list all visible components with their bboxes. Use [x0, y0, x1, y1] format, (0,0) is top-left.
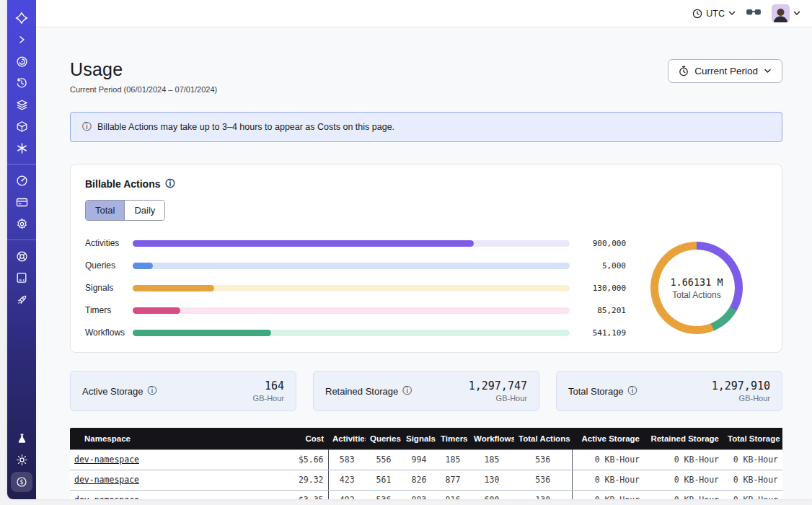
- storage-card-value: 1,297,747: [469, 379, 527, 392]
- table-row: dev-namespace$3.354925368838166001300 KB…: [70, 490, 782, 499]
- col-header-retained-storage: Retained Storage: [644, 428, 723, 449]
- cell-workflows: 130: [469, 470, 514, 490]
- temporal-logo-icon[interactable]: [12, 9, 32, 27]
- chevron-down-icon: [793, 11, 800, 16]
- bar-label: Workflows: [85, 328, 133, 338]
- storage-card-unit: GB-Hour: [712, 394, 770, 403]
- storage-card-value: 164: [253, 379, 284, 392]
- rocket-icon[interactable]: [12, 290, 32, 309]
- bar-label: Timers: [85, 305, 133, 315]
- page-title: Usage: [70, 59, 217, 80]
- cell-queries: 556: [366, 449, 402, 470]
- active-storage-card: Active Storageⓘ 164GB-Hour: [70, 371, 296, 411]
- cell-namespace[interactable]: dev-namespace: [70, 449, 279, 470]
- history-icon[interactable]: [12, 74, 32, 92]
- gear-icon[interactable]: [12, 214, 32, 233]
- cell-total-actions: 536: [514, 470, 572, 490]
- bar-value: 130,000: [570, 284, 626, 293]
- lifebuoy-icon[interactable]: [12, 247, 32, 265]
- flask-icon[interactable]: [12, 429, 32, 447]
- col-header-cost: Cost: [279, 428, 328, 449]
- cell-timers: 816: [436, 490, 469, 499]
- cell-workflows: 185: [469, 449, 514, 470]
- cell-signals: 883: [402, 490, 436, 499]
- table-header-row: Namespace Cost Activities Queries Signal…: [70, 428, 782, 449]
- chevron-right-icon[interactable]: [12, 30, 32, 49]
- cell-active-storage: 0 KB-Hour: [572, 470, 644, 490]
- sidebar: $: [7, 0, 36, 499]
- billable-bar-chart: Activities 900,000 Queries 5,000 Signals: [85, 238, 626, 338]
- storage-card-label: Retained Storage: [325, 386, 398, 397]
- col-header-namespace: Namespace: [70, 428, 279, 449]
- storage-summary-row: Active Storageⓘ 164GB-Hour Retained Stor…: [70, 371, 782, 411]
- cell-queries: 561: [366, 470, 402, 490]
- namespace-link[interactable]: dev-namespace: [74, 495, 139, 499]
- credit-card-icon[interactable]: [12, 193, 32, 211]
- current-period-button[interactable]: Current Period: [668, 59, 782, 83]
- chevron-down-icon: [764, 69, 772, 74]
- tab-daily[interactable]: Daily: [124, 201, 164, 220]
- main-region: UTC Usage Current Period (06/01/2024 – 0…: [36, 0, 812, 499]
- sun-icon[interactable]: [12, 450, 32, 469]
- table-row: dev-namespace$5.665835569941851855360 KB…: [70, 449, 782, 470]
- bar-value: 5,000: [570, 261, 626, 271]
- bar-value: 900,000: [570, 239, 626, 248]
- timezone-label: UTC: [706, 9, 725, 19]
- cell-total-storage: 0 KB-Hour: [723, 449, 782, 470]
- bar-row-workflows: Workflows 541,109: [85, 328, 626, 338]
- cell-active-storage: 0 KB-Hour: [572, 490, 644, 499]
- cell-namespace[interactable]: dev-namespace: [70, 470, 279, 490]
- tab-total[interactable]: Total: [86, 201, 124, 220]
- namespace-link[interactable]: dev-namespace: [74, 475, 139, 485]
- bar-fill: [133, 285, 214, 291]
- total-actions-donut: 1.66131 M Total Actions: [650, 242, 743, 334]
- top-bar: UTC: [36, 0, 812, 27]
- book-icon[interactable]: [12, 268, 32, 287]
- cell-retained-storage: 0 KB-Hour: [644, 490, 723, 499]
- info-icon[interactable]: ⓘ: [148, 385, 157, 398]
- cell-retained-storage: 0 KB-Hour: [644, 449, 723, 470]
- col-header-total-actions: Total Actions: [514, 428, 572, 449]
- storage-card-label: Active Storage: [82, 386, 144, 397]
- info-banner: ⓘ Billable Actions may take up to 3–4 ho…: [70, 112, 782, 142]
- retained-storage-card: Retained Storageⓘ 1,297,747GB-Hour: [313, 371, 539, 411]
- cube-icon[interactable]: [12, 117, 32, 136]
- bar-fill: [133, 330, 271, 336]
- spiral-icon[interactable]: [12, 52, 32, 71]
- info-icon[interactable]: ⓘ: [166, 177, 175, 190]
- cell-signals: 994: [402, 449, 436, 470]
- glasses-icon[interactable]: [746, 7, 762, 20]
- storage-card-unit: GB-Hour: [469, 394, 527, 403]
- info-icon: ⓘ: [82, 120, 92, 133]
- asterisk-icon[interactable]: [12, 139, 32, 157]
- layers-icon[interactable]: [12, 95, 32, 114]
- page-content: Usage Current Period (06/01/2024 – 07/01…: [36, 27, 812, 499]
- cell-total-storage: 0 KB-Hour: [723, 470, 782, 490]
- bar-track: [133, 330, 570, 336]
- timezone-selector[interactable]: UTC: [692, 9, 736, 19]
- namespace-link[interactable]: dev-namespace: [74, 454, 139, 465]
- col-header-timers: Timers: [436, 428, 469, 449]
- storage-card-label: Total Storage: [568, 386, 624, 397]
- clock-icon: [692, 9, 702, 19]
- cell-namespace[interactable]: dev-namespace: [70, 490, 279, 499]
- bar-row-signals: Signals 130,000: [85, 283, 626, 293]
- bar-label: Queries: [85, 260, 133, 271]
- info-icon[interactable]: ⓘ: [402, 385, 412, 398]
- gauge-icon[interactable]: [12, 171, 32, 190]
- info-icon[interactable]: ⓘ: [628, 385, 637, 398]
- col-header-activities: Activities: [328, 428, 366, 449]
- donut-center-value: 1.66131 M: [670, 276, 723, 288]
- user-menu[interactable]: [772, 4, 800, 22]
- cell-workflows: 600: [469, 490, 514, 499]
- cell-cost: 29.32: [279, 470, 328, 490]
- cell-total-actions: 130: [514, 490, 572, 499]
- bar-row-queries: Queries 5,000: [85, 260, 626, 271]
- cell-total-storage: 0 KB-Hour: [723, 490, 782, 499]
- bar-track: [133, 285, 570, 291]
- cell-activities: 423: [328, 470, 366, 490]
- donut-chart-area: 1.66131 M Total Actions: [626, 242, 767, 334]
- dollar-coin-icon[interactable]: $: [11, 472, 32, 492]
- cell-total-actions: 536: [514, 449, 572, 470]
- chevron-down-icon: [728, 11, 736, 16]
